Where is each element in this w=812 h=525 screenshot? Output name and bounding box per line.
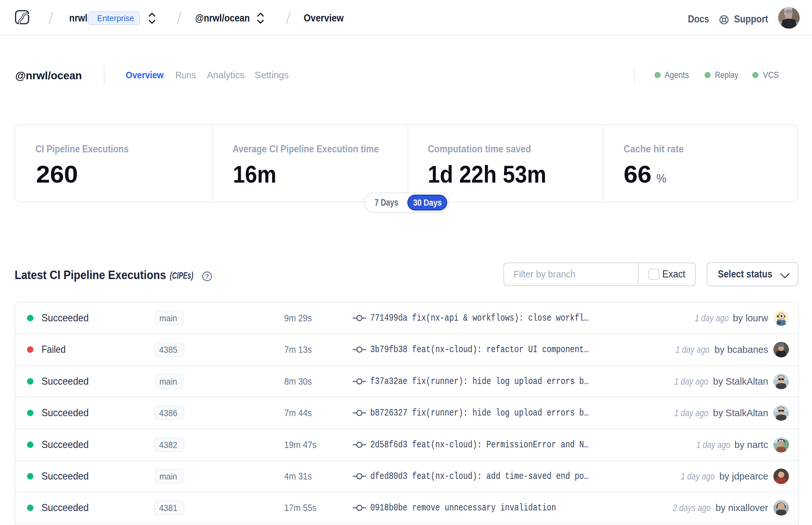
svg-text:?: ?	[205, 273, 209, 280]
